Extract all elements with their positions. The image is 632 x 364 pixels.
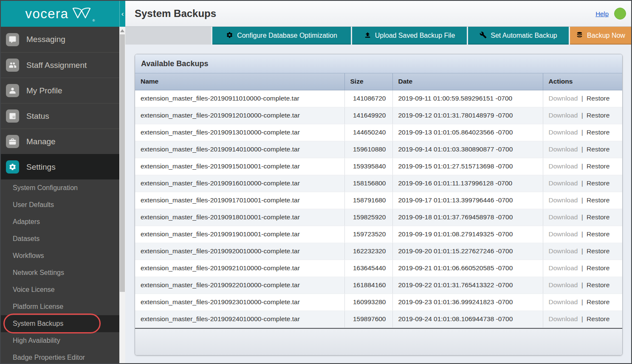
backup-size-cell: 159395840 bbox=[344, 158, 392, 175]
restore-link[interactable]: Restore bbox=[587, 298, 609, 305]
download-link[interactable]: Download bbox=[549, 179, 578, 187]
backup-name-cell: extension_master_files-20190912010000-co… bbox=[135, 107, 344, 124]
backup-actions-cell: Download | Restore bbox=[543, 277, 622, 294]
backup-size-cell: 144650240 bbox=[344, 124, 392, 141]
backup-name-cell: extension_master_files-20190913010000-co… bbox=[135, 124, 344, 141]
backup-actions-cell: Download | Restore bbox=[543, 260, 622, 277]
restore-link[interactable]: Restore bbox=[587, 315, 609, 322]
table-row: extension_master_files-20190912010000-co… bbox=[135, 107, 622, 124]
page-body: Available Backups Name Size Date Actions bbox=[125, 45, 631, 363]
backup-name-cell: extension_master_files-20190914010000-co… bbox=[135, 141, 344, 158]
actions-separator: | bbox=[580, 230, 585, 238]
toolbar-button-label: Backup Now bbox=[587, 32, 625, 39]
table-row: extension_master_files-20190919010001-co… bbox=[135, 226, 622, 243]
sidebar-item-label: Manage bbox=[26, 137, 56, 146]
restore-link[interactable]: Restore bbox=[587, 129, 609, 136]
download-link[interactable]: Download bbox=[549, 162, 578, 170]
restore-link[interactable]: Restore bbox=[587, 146, 609, 153]
backup-name-cell: extension_master_files-20190922010000-co… bbox=[135, 277, 344, 294]
backup-actions-cell: Download | Restore bbox=[543, 141, 622, 158]
download-link[interactable]: Download bbox=[549, 196, 578, 204]
sidebar-scrollbar[interactable] bbox=[119, 27, 125, 363]
backup-size-cell: 161884160 bbox=[344, 277, 392, 294]
restore-link[interactable]: Restore bbox=[587, 213, 609, 221]
sidebar-item-my-profile[interactable]: My Profile bbox=[1, 78, 119, 103]
backup-actions-cell: Download | Restore bbox=[543, 243, 622, 260]
backup-name-cell: extension_master_files-20190924010000-co… bbox=[135, 311, 344, 328]
server-status-indicator bbox=[614, 8, 626, 20]
restore-link[interactable]: Restore bbox=[587, 281, 609, 288]
download-link[interactable]: Download bbox=[549, 230, 578, 238]
actions-separator: | bbox=[580, 162, 585, 170]
backup-size-cell: 141649920 bbox=[344, 107, 392, 124]
upload-saved-backup-file-button[interactable]: Upload Saved Backup File bbox=[352, 27, 467, 45]
sidebar-item-messaging[interactable]: Messaging bbox=[1, 27, 119, 52]
restore-link[interactable]: Restore bbox=[587, 162, 609, 170]
help-link[interactable]: Help bbox=[595, 10, 609, 17]
sidebar-subitem-high-availability[interactable]: High Availability bbox=[1, 332, 119, 349]
backup-actions-cell: Download | Restore bbox=[543, 294, 622, 311]
sidebar-subitem-adapters[interactable]: Adapters bbox=[1, 213, 119, 230]
backup-date-cell: 2019-09-21 01:01:06.660520585 -0700 bbox=[392, 260, 543, 277]
set-automatic-backup-button[interactable]: Set Automatic Backup bbox=[468, 27, 569, 45]
page-header: System Backups Help bbox=[125, 1, 631, 27]
vocera-logo-text: vocera bbox=[25, 6, 69, 22]
scrollbar-thumb[interactable] bbox=[120, 34, 125, 292]
backup-now-button[interactable]: Backup Now bbox=[570, 27, 631, 45]
gear-icon bbox=[6, 160, 19, 174]
restore-link[interactable]: Restore bbox=[587, 112, 609, 119]
sidebar-item-staff-assignment[interactable]: Staff Assignment bbox=[1, 52, 119, 78]
restore-link[interactable]: Restore bbox=[587, 230, 609, 238]
actions-separator: | bbox=[580, 264, 585, 272]
restore-link[interactable]: Restore bbox=[587, 179, 609, 187]
restore-link[interactable]: Restore bbox=[587, 264, 609, 272]
backup-size-cell: 162232320 bbox=[344, 243, 392, 260]
registered-mark: ® bbox=[93, 19, 95, 22]
backup-name-cell: extension_master_files-20190921010000-co… bbox=[135, 260, 344, 277]
backup-actions-cell: Download | Restore bbox=[543, 209, 622, 226]
backup-size-cell: 141086720 bbox=[344, 90, 392, 107]
person-icon bbox=[6, 84, 19, 97]
sidebar-item-settings[interactable]: Settings bbox=[1, 154, 119, 179]
sidebar-subitem-user-defaults[interactable]: User Defaults bbox=[1, 196, 119, 213]
sidebar-subitem-workflows[interactable]: Workflows bbox=[1, 247, 119, 264]
backup-date-cell: 2019-09-14 01:01:03.380890877 -0700 bbox=[392, 141, 543, 158]
sidebar-subitem-badge-properties-editor[interactable]: Badge Properties Editor bbox=[1, 349, 119, 363]
restore-link[interactable]: Restore bbox=[587, 95, 609, 102]
download-link[interactable]: Download bbox=[549, 281, 578, 288]
sidebar-collapse-button[interactable]: ‹ bbox=[119, 1, 125, 27]
backup-size-cell: 160993280 bbox=[344, 294, 392, 311]
download-link[interactable]: Download bbox=[549, 247, 578, 255]
backup-actions-cell: Download | Restore bbox=[543, 311, 622, 328]
configure-database-optimization-button[interactable]: Configure Database Optimization bbox=[212, 27, 351, 45]
backup-actions-cell: Download | Restore bbox=[543, 158, 622, 175]
download-link[interactable]: Download bbox=[549, 315, 578, 322]
download-link[interactable]: Download bbox=[549, 213, 578, 221]
actions-separator: | bbox=[580, 112, 585, 119]
download-link[interactable]: Download bbox=[549, 112, 578, 119]
backup-size-cell: 163645440 bbox=[344, 260, 392, 277]
sidebar-item-manage[interactable]: Manage bbox=[1, 129, 119, 154]
sidebar-subitem-platform-license[interactable]: Platform License bbox=[1, 298, 119, 315]
sidebar-subitem-network-settings[interactable]: Network Settings bbox=[1, 264, 119, 281]
sidebar-subitem-datasets[interactable]: Datasets bbox=[1, 230, 119, 247]
sidebar-item-status[interactable]: Status bbox=[1, 103, 119, 129]
app-window: vocera ® Messaging Staff Assignment My P… bbox=[0, 0, 632, 364]
status-board-icon bbox=[6, 109, 19, 123]
download-link[interactable]: Download bbox=[549, 298, 578, 305]
restore-link[interactable]: Restore bbox=[587, 247, 609, 255]
backup-date-cell: 2019-09-15 01:01:27.515713698 -0700 bbox=[392, 158, 543, 175]
sidebar-subitem-system-configuration[interactable]: System Configuration bbox=[1, 179, 119, 196]
gear-icon bbox=[226, 31, 233, 40]
sidebar-subitem-voice-license[interactable]: Voice License bbox=[1, 281, 119, 298]
download-link[interactable]: Download bbox=[549, 146, 578, 153]
download-link[interactable]: Download bbox=[549, 95, 578, 102]
download-link[interactable]: Download bbox=[549, 129, 578, 136]
sidebar-subitem-system-backups[interactable]: System Backups bbox=[1, 315, 119, 332]
download-link[interactable]: Download bbox=[549, 264, 578, 272]
sidebar-main-items: Messaging Staff Assignment My Profile St… bbox=[1, 27, 119, 179]
scrollbar-up-arrow-icon[interactable] bbox=[120, 29, 124, 32]
table-row: extension_master_files-20190923010000-co… bbox=[135, 294, 622, 311]
backup-date-cell: 2019-09-16 01:01:11.137996128 -0700 bbox=[392, 175, 543, 192]
restore-link[interactable]: Restore bbox=[587, 196, 609, 204]
